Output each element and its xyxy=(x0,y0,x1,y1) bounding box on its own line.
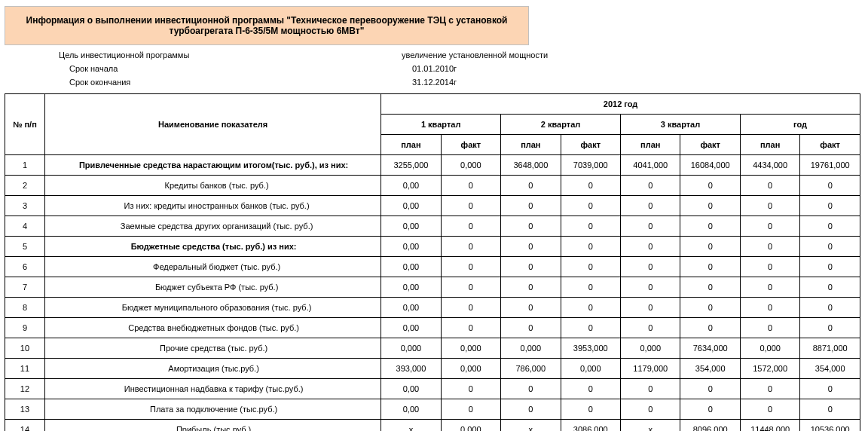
cell-value: 0 xyxy=(501,216,561,237)
cell-value: 0 xyxy=(740,257,799,277)
cell-value: 3086,000 xyxy=(561,420,620,432)
cell-value: 0 xyxy=(800,257,860,277)
cell-value: 0 xyxy=(740,399,799,420)
table-row: 6Федеральный бюджет (тыс. руб.)0,0000000… xyxy=(5,257,860,277)
cell-value: 0 xyxy=(800,318,860,338)
table-header: № п/п Наименование показателя 2012 год 1… xyxy=(5,94,860,155)
start-label: Срок начала xyxy=(59,62,412,75)
th-q2: 2 квартал xyxy=(501,115,621,135)
cell-value: 0 xyxy=(501,176,561,196)
cell-value: 0,000 xyxy=(561,359,620,379)
title-box: Информация о выполнении инвестиционной п… xyxy=(5,6,529,45)
cell-num: 3 xyxy=(5,196,45,216)
cell-num: 6 xyxy=(5,257,45,277)
data-table: № п/п Наименование показателя 2012 год 1… xyxy=(5,93,860,431)
info-row-end: Срок окончания 31.12.2014г xyxy=(59,75,863,89)
cell-value: 0,000 xyxy=(501,338,561,359)
cell-value: x xyxy=(501,420,561,432)
cell-value: 0 xyxy=(501,298,561,318)
cell-value: 0 xyxy=(441,176,500,196)
cell-value: 0,000 xyxy=(441,338,500,359)
cell-value: 7634,000 xyxy=(680,338,740,359)
cell-value: 0,00 xyxy=(381,216,441,237)
cell-value: 0 xyxy=(441,237,500,257)
end-value: 31.12.2014г xyxy=(412,75,714,89)
cell-num: 5 xyxy=(5,237,45,257)
th-q3-fact: факт xyxy=(680,135,740,155)
table-row: 10Прочие средства (тыс. руб.)0,0000,0000… xyxy=(5,338,860,359)
cell-value: 0 xyxy=(740,318,799,338)
cell-num: 9 xyxy=(5,318,45,338)
cell-num: 11 xyxy=(5,359,45,379)
cell-value: 0,000 xyxy=(441,155,500,176)
cell-value: 0 xyxy=(800,379,860,399)
cell-value: 0 xyxy=(680,399,740,420)
cell-name: Плата за подключение (тыс.руб.) xyxy=(44,399,381,420)
cell-num: 12 xyxy=(5,379,45,399)
cell-value: 0 xyxy=(501,196,561,216)
table-row: 12Инвестиционная надбавка к тарифу (тыс.… xyxy=(5,379,860,399)
cell-value: 10536,000 xyxy=(800,420,860,432)
goal-value: увеличение установленной мощности xyxy=(402,48,703,62)
cell-name: Средства внебюджетных фондов (тыс. руб.) xyxy=(44,318,381,338)
cell-name: Бюджетные средства (тыс. руб.) из них: xyxy=(44,237,381,257)
cell-value: 0 xyxy=(740,176,799,196)
cell-num: 10 xyxy=(5,338,45,359)
cell-value: 0 xyxy=(800,196,860,216)
cell-value: 3953,000 xyxy=(561,338,620,359)
cell-value: 0 xyxy=(561,379,620,399)
th-yr-fact: факт xyxy=(800,135,860,155)
cell-value: 0 xyxy=(621,298,680,318)
cell-value: 0,000 xyxy=(441,359,500,379)
cell-value: 0 xyxy=(680,298,740,318)
cell-value: 0 xyxy=(561,237,620,257)
cell-value: 0 xyxy=(441,216,500,237)
th-yr: год xyxy=(740,115,860,135)
cell-value: 0 xyxy=(441,257,500,277)
cell-num: 8 xyxy=(5,298,45,318)
cell-value: 0 xyxy=(740,379,799,399)
cell-value: 3648,000 xyxy=(501,155,561,176)
table-row: 14Прибыль (тыс.руб.)x0,000x3086,000x8096… xyxy=(5,420,860,432)
cell-value: 3255,000 xyxy=(381,155,441,176)
th-q3-plan: план xyxy=(621,135,680,155)
table-row: 7Бюджет субъекта РФ (тыс. руб.)0,0000000… xyxy=(5,277,860,298)
table-body: 1Привлеченные средства нарастающим итого… xyxy=(5,155,860,432)
cell-value: 1572,000 xyxy=(740,359,799,379)
cell-num: 14 xyxy=(5,420,45,432)
th-q1: 1 квартал xyxy=(381,115,501,135)
th-q2-plan: план xyxy=(501,135,561,155)
cell-value: 7039,000 xyxy=(561,155,620,176)
cell-value: 0 xyxy=(621,399,680,420)
cell-value: 0 xyxy=(501,277,561,298)
cell-value: 0 xyxy=(441,318,500,338)
cell-value: 8096,000 xyxy=(680,420,740,432)
cell-num: 7 xyxy=(5,277,45,298)
cell-name: Из них: кредиты иностранных банков (тыс.… xyxy=(44,196,381,216)
cell-value: 0 xyxy=(680,257,740,277)
th-name: Наименование показателя xyxy=(44,94,381,155)
th-q3: 3 квартал xyxy=(621,115,741,135)
cell-value: 0 xyxy=(740,298,799,318)
cell-value: 0 xyxy=(441,399,500,420)
cell-value: 0 xyxy=(501,399,561,420)
cell-value: 0 xyxy=(800,237,860,257)
cell-name: Прибыль (тыс.руб.) xyxy=(44,420,381,432)
program-info: Цель инвестиционной программы увеличение… xyxy=(59,48,863,89)
cell-value: 0 xyxy=(561,257,620,277)
table-row: 13Плата за подключение (тыс.руб.)0,00000… xyxy=(5,399,860,420)
cell-value: x xyxy=(381,420,441,432)
cell-value: 0 xyxy=(740,277,799,298)
cell-name: Инвестиционная надбавка к тарифу (тыс.ру… xyxy=(44,379,381,399)
cell-value: x xyxy=(621,420,680,432)
cell-value: 0 xyxy=(561,277,620,298)
th-q1-fact: факт xyxy=(441,135,500,155)
cell-value: 0 xyxy=(561,399,620,420)
table-row: 3Из них: кредиты иностранных банков (тыс… xyxy=(5,196,860,216)
cell-value: 0 xyxy=(800,277,860,298)
cell-value: 0 xyxy=(621,216,680,237)
cell-value: 0 xyxy=(680,196,740,216)
cell-value: 393,000 xyxy=(381,359,441,379)
cell-value: 0 xyxy=(441,298,500,318)
table-row: 8Бюджет муниципального образования (тыс.… xyxy=(5,298,860,318)
